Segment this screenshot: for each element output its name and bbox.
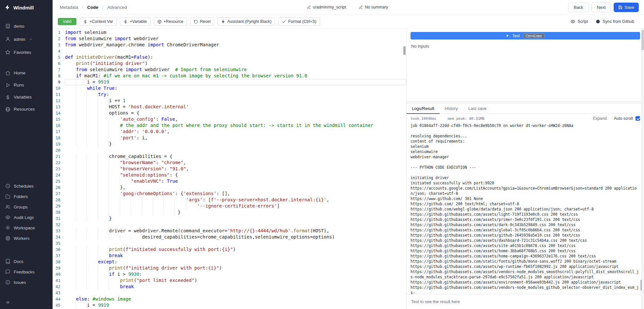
code-line[interactable]: 28 'args': [f'--proxy-server=host.docker… (53, 197, 406, 203)
code-line[interactable]: 1import selenium (53, 29, 406, 36)
script-summary[interactable]: No summary (359, 5, 388, 9)
tab-advanced[interactable]: Advanced (107, 5, 127, 10)
log-line: https://www.github.com/ 301 None (411, 196, 639, 201)
code-line[interactable]: 35 (53, 240, 406, 246)
resource-button[interactable]: +Resource (154, 17, 187, 26)
tab-metadata[interactable]: Metadata (60, 5, 78, 10)
code-line[interactable]: 17 'addr': '0.0.0.0', (53, 129, 406, 135)
cpu-icon (5, 236, 10, 241)
sidebar-item-label: Favorites (14, 50, 31, 55)
page-scrollbar-thumb[interactable] (641, 30, 644, 50)
sidebar-item-runs[interactable]: Runs (0, 79, 53, 91)
sidebar-item-audit-logs[interactable]: Audit Logs (0, 212, 53, 223)
auto-scroll-toggle[interactable]: Auto scroll (614, 116, 640, 121)
code-line[interactable]: 14 options = { (53, 110, 406, 116)
test-button[interactable]: Test Ctrl+Enter (411, 32, 640, 39)
code-line[interactable]: 43 (53, 290, 406, 296)
variable-button[interactable]: +Variable (120, 17, 150, 26)
pencil-icon (307, 5, 311, 9)
sidebar-item-favorites[interactable]: Favorites (0, 46, 53, 59)
sidebar-item-issues[interactable]: Issues (0, 277, 53, 287)
format-ctrl-s-button[interactable]: Format (Ctrl+S) (278, 17, 320, 26)
code-line[interactable]: 7 from seleniumwire import webdriver # I… (53, 67, 406, 73)
log-output[interactable]: job 01864aff-22dd-cf40-f0c5-0ec8e9b50c70… (407, 122, 644, 294)
tab-logs-result[interactable]: Logs/Result (407, 103, 440, 114)
toolbar-right: ScriptSync from Github (571, 19, 639, 24)
panel-splitter[interactable] (407, 101, 644, 103)
tab-last-save[interactable]: Last save (463, 103, 492, 114)
code-line[interactable]: 30 } (53, 209, 406, 215)
code-line[interactable]: 33 driver = webdriver.Remote(command_exe… (53, 228, 406, 234)
code-line[interactable]: 11 try: (53, 91, 406, 98)
sidebar-item-workers[interactable]: Workers (0, 233, 53, 243)
editor-scrollbar[interactable] (403, 46, 406, 55)
code-line[interactable]: 16 # the addr and the port where the pro… (53, 122, 406, 129)
code-line[interactable]: 25 "enableVNC": True (53, 178, 406, 184)
sidebar-item-docs[interactable]: Docs (0, 256, 53, 267)
code-line[interactable]: 24 "selenoid:options": { (53, 172, 406, 178)
collapse-sidebar-button[interactable] (0, 296, 53, 309)
page-scrollbar[interactable] (641, 29, 644, 309)
sidebar-item-feedbacks[interactable]: Feedbacks (0, 267, 53, 277)
code-line[interactable]: 18 'port': i, (53, 135, 406, 141)
code-line[interactable]: 23 "browserVersion": "91.0", (53, 166, 406, 172)
code-line[interactable]: 6 print("initiating driver") (53, 60, 406, 67)
sidebar-item-resources[interactable]: Resources (0, 103, 53, 115)
script-button[interactable]: Script (571, 19, 588, 24)
script-path[interactable]: u/admin/my_script (307, 5, 346, 9)
code-line[interactable]: 32 (53, 222, 406, 228)
code-line[interactable]: 2from seleniumwire import webdriver (53, 36, 406, 42)
code-editor[interactable]: 1import selenium2from seleniumwire impor… (53, 29, 407, 309)
sidebar-item-folders[interactable]: Folders (0, 191, 53, 202)
code-line[interactable]: 20 (53, 147, 406, 153)
tab-code[interactable]: Code (87, 5, 98, 10)
reset-button[interactable]: Reset (190, 17, 214, 26)
back-button[interactable]: Back (568, 3, 589, 12)
code-line[interactable]: 39 print(f"initiating driver with port:{… (53, 265, 406, 271)
code-line[interactable]: 41 print("port limit exceeded") (53, 277, 406, 284)
sidebar-item-admin[interactable]: admin (0, 33, 53, 46)
code-line[interactable]: 12 i += 1 (53, 98, 406, 104)
code-line[interactable]: 22 "browserName": "chrome", (53, 160, 406, 166)
sidebar-item-workspace[interactable]: Workspace (0, 223, 53, 233)
code-line[interactable]: 40 if i > 9930: (53, 271, 406, 277)
context-var-button[interactable]: +Context Var (80, 17, 117, 26)
code-line[interactable]: 10 while True: (53, 85, 406, 91)
next-button[interactable]: Next (591, 3, 611, 12)
expand-button[interactable]: Expand (593, 116, 606, 121)
code-line[interactable]: 13 HOST = 'host.docker.internal' (53, 104, 406, 110)
code-line[interactable]: 21 chrome_capabilities = { (53, 153, 406, 160)
windmill-brand[interactable]: Windmill (0, 0, 53, 15)
code-line[interactable]: 44 else: #windows image (53, 296, 406, 302)
code-line[interactable]: 42 break (53, 284, 406, 290)
code-line[interactable]: 38 except: (53, 259, 406, 265)
code-line[interactable]: 15 'auto_config': False, (53, 116, 406, 122)
code-line[interactable]: 9 i = 9919 (53, 79, 406, 85)
code-line[interactable]: 3from webdriver_manager.chrome import Ch… (53, 42, 406, 48)
code-line[interactable]: 45 i = 9919 (53, 302, 406, 308)
code-line[interactable]: 4 (53, 48, 406, 54)
code-line[interactable]: 36 print(f"initiated successfully with p… (53, 246, 406, 253)
sidebar-item-home[interactable]: Home (0, 67, 53, 79)
pencil-icon (359, 5, 363, 9)
code-line[interactable]: 31 } (53, 215, 406, 222)
sidebar-item-groups[interactable]: Groups (0, 202, 53, 212)
code-line[interactable]: 37 break (53, 253, 406, 259)
save-button[interactable]: Save (614, 3, 639, 12)
tab-history[interactable]: History (440, 103, 463, 114)
code-line[interactable]: 5def initiateDriver(macM1=False): (53, 54, 406, 60)
assistant-pyright-black-button[interactable]: Assistant (Pyright Black) (217, 17, 275, 26)
sidebar-item-schedules[interactable]: Schedules (0, 181, 53, 191)
sync-from-github-button[interactable]: Sync from Github (596, 19, 634, 24)
code-line[interactable]: 19 } (53, 141, 406, 147)
code-line[interactable]: 29 '--ignore-certificate-errors'] (53, 203, 406, 209)
sidebar-item-demo[interactable]: demo (0, 20, 53, 33)
dollar-icon (5, 95, 10, 100)
code-line[interactable]: 34 desired_capabilities=chrome_capabilit… (53, 234, 406, 240)
sidebar-item-variables[interactable]: Variables (0, 91, 53, 103)
code-line[interactable]: 27 'goog:chromeOptions': {'extensions': … (53, 191, 406, 197)
auto-scroll-checkbox[interactable] (636, 116, 640, 121)
code-line[interactable]: 8 if macM1: #if we are on mac m1 -> cust… (53, 73, 406, 79)
code-line[interactable]: 26 }, (53, 184, 406, 191)
log-line (411, 170, 639, 175)
